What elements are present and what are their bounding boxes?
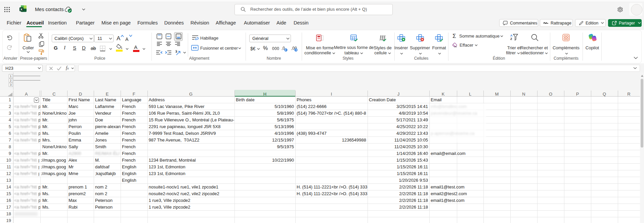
svg-text:X: X xyxy=(20,7,23,11)
svg-text:Z: Z xyxy=(510,37,512,41)
svg-text:A: A xyxy=(510,34,513,37)
